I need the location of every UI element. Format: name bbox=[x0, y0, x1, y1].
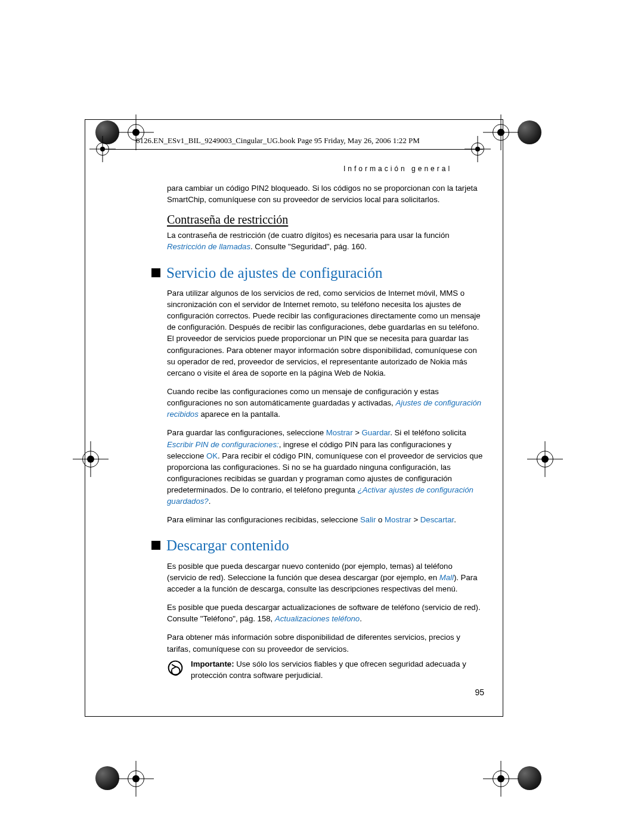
registration-mark bbox=[73, 441, 109, 477]
running-header: Información general bbox=[343, 165, 452, 173]
paragraph: La contraseña de restricción (de cuatro … bbox=[167, 230, 483, 252]
paragraph: Para guardar las configuraciones, selecc… bbox=[167, 427, 483, 507]
ui-descartar: Descartar bbox=[420, 515, 454, 524]
ui-ok: OK bbox=[206, 451, 218, 460]
subheading-password: Contraseña de restricción bbox=[167, 211, 483, 228]
corner-ball bbox=[518, 766, 541, 790]
important-note: Importante: Use sólo los servicios fiabl… bbox=[167, 658, 483, 681]
paragraph: Es posible que pueda descargar nuevo con… bbox=[167, 561, 483, 594]
link-write-pin: Escribir PIN de configuraciones: bbox=[167, 440, 279, 449]
link-call-restriction: Restricción de llamadas bbox=[167, 242, 250, 251]
square-bullet-icon bbox=[151, 268, 160, 277]
paragraph: Para utilizar algunos de los servicios d… bbox=[167, 287, 483, 379]
header-rule bbox=[101, 149, 483, 150]
registration-mark bbox=[527, 441, 563, 477]
link-phone-updates: Actualizaciones teléfono bbox=[275, 614, 360, 623]
link-mall: Mall bbox=[439, 573, 454, 582]
corner-ball bbox=[95, 766, 119, 790]
doc-path-header: 6126.EN_ESv1_BIL_9249003_Cingular_UG.boo… bbox=[136, 136, 420, 145]
ui-salir: Salir bbox=[360, 515, 376, 524]
important-text: Importante: Use sólo los servicios fiabl… bbox=[191, 658, 483, 681]
registration-mark bbox=[118, 761, 154, 797]
page-number: 95 bbox=[475, 688, 484, 697]
important-icon bbox=[167, 659, 184, 676]
section-config-service: Servicio de ajustes de configuración bbox=[151, 262, 483, 284]
paragraph: Cuando recibe las configuraciones como u… bbox=[167, 386, 483, 420]
ui-mostrar-2: Mostrar bbox=[385, 515, 411, 524]
ui-mostrar: Mostrar bbox=[326, 428, 353, 437]
section-download: Descargar contenido bbox=[151, 535, 483, 556]
paragraph: Es posible que pueda descargar actualiza… bbox=[167, 602, 483, 624]
paragraph: Para eliminar las configuraciones recibi… bbox=[167, 514, 483, 525]
ui-guardar: Guardar bbox=[362, 428, 391, 437]
page-content: para cambiar un código PIN2 bloqueado. S… bbox=[167, 182, 483, 681]
paragraph: para cambiar un código PIN2 bloqueado. S… bbox=[167, 182, 483, 205]
corner-ball bbox=[518, 120, 541, 144]
square-bullet-icon bbox=[151, 541, 160, 550]
paragraph: Para obtener más información sobre dispo… bbox=[167, 631, 483, 654]
registration-mark bbox=[483, 761, 519, 797]
